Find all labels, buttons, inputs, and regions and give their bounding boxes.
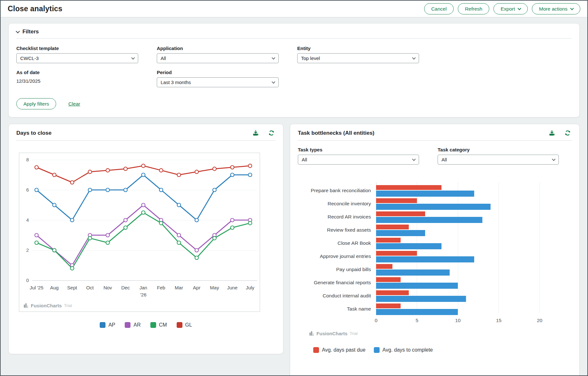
days-to-close-title: Days to close	[16, 130, 52, 136]
filters-collapse-toggle[interactable]: Filters	[16, 29, 39, 35]
data-point-cm[interactable]	[71, 267, 74, 270]
data-point-gl[interactable]	[124, 167, 127, 171]
legend-swatch	[100, 322, 105, 328]
data-point-cm[interactable]	[106, 241, 110, 244]
cancel-button[interactable]: Cancel	[424, 3, 454, 14]
chevron-down-icon	[16, 29, 20, 33]
data-point-ap[interactable]	[231, 173, 234, 177]
data-point-ar[interactable]	[195, 249, 198, 252]
data-point-gl[interactable]	[53, 173, 56, 177]
data-point-gl[interactable]	[248, 164, 252, 167]
data-point-cm[interactable]	[159, 221, 163, 225]
data-point-ar[interactable]	[35, 234, 38, 237]
data-point-gl[interactable]	[142, 164, 145, 167]
legend-swatch	[125, 322, 130, 328]
download-button[interactable]	[548, 129, 556, 137]
entity-select[interactable]: Top level	[297, 53, 419, 63]
bar-days-to-complete[interactable]	[376, 204, 491, 210]
bar-days-past-due[interactable]	[376, 264, 392, 269]
task-types-select[interactable]: All	[298, 155, 419, 165]
x-axis-tick-label: Jan	[139, 285, 147, 290]
export-button[interactable]: Export	[493, 3, 528, 14]
data-point-gl[interactable]	[71, 181, 74, 184]
data-point-gl[interactable]	[159, 168, 163, 172]
data-point-gl[interactable]	[231, 166, 234, 169]
data-point-cm[interactable]	[142, 211, 145, 214]
data-point-ar[interactable]	[106, 234, 110, 237]
data-point-ap[interactable]	[248, 173, 252, 177]
data-point-ap[interactable]	[124, 188, 127, 192]
bar-days-past-due[interactable]	[376, 251, 417, 256]
refresh-chart-button[interactable]	[564, 129, 572, 137]
data-point-ap[interactable]	[106, 188, 110, 192]
apply-filters-button[interactable]: Apply filters	[16, 98, 56, 109]
data-point-gl[interactable]	[213, 167, 216, 171]
data-point-cm[interactable]	[195, 256, 198, 260]
legend-item[interactable]: CM	[150, 322, 167, 328]
data-point-cm[interactable]	[53, 249, 56, 252]
data-point-ap[interactable]	[71, 218, 74, 222]
data-point-gl[interactable]	[106, 168, 110, 172]
bar-days-to-complete[interactable]	[376, 243, 441, 249]
legend-label: CM	[159, 322, 167, 328]
legend-item[interactable]: AR	[125, 322, 140, 328]
data-point-ar[interactable]	[124, 218, 127, 222]
data-point-ap[interactable]	[88, 188, 92, 192]
data-point-gl[interactable]	[88, 170, 92, 174]
data-point-gl[interactable]	[195, 170, 198, 174]
legend-item[interactable]: Avg. days past due	[313, 347, 365, 353]
data-point-gl[interactable]	[177, 173, 181, 177]
bar-days-past-due[interactable]	[376, 211, 425, 216]
period-select[interactable]: Last 3 months	[157, 77, 279, 87]
legend-item[interactable]: GL	[177, 322, 192, 328]
data-point-ap[interactable]	[142, 173, 145, 177]
data-point-ap[interactable]	[195, 218, 198, 222]
bar-days-past-due[interactable]	[376, 185, 441, 190]
legend-item[interactable]: Avg. days to complete	[374, 347, 433, 353]
category-label: Generate financial reports	[314, 280, 371, 285]
data-point-ap[interactable]	[159, 188, 163, 192]
data-point-cm[interactable]	[88, 236, 92, 240]
data-point-cm[interactable]	[248, 221, 252, 225]
bar-days-to-complete[interactable]	[376, 191, 474, 197]
bar-days-past-due[interactable]	[376, 277, 401, 282]
data-point-cm[interactable]	[213, 236, 216, 240]
data-point-ar[interactable]	[177, 234, 181, 237]
bar-days-past-due[interactable]	[376, 198, 417, 203]
data-point-ar[interactable]	[231, 218, 234, 222]
bar-days-past-due[interactable]	[376, 238, 401, 243]
refresh-button[interactable]: Refresh	[458, 3, 489, 14]
bar-days-to-complete[interactable]	[376, 256, 474, 262]
data-point-ap[interactable]	[53, 203, 56, 207]
bar-days-past-due[interactable]	[376, 303, 401, 308]
task-category-select[interactable]: All	[438, 155, 559, 165]
data-point-cm[interactable]	[35, 241, 38, 244]
bar-days-to-complete[interactable]	[376, 230, 425, 236]
download-button[interactable]	[252, 129, 260, 137]
bar-days-to-complete[interactable]	[376, 296, 466, 302]
fusioncharts-logo-icon	[309, 331, 314, 336]
data-point-ap[interactable]	[213, 188, 216, 192]
refresh-chart-button[interactable]	[267, 129, 275, 137]
category-label: Record AR invoices	[328, 214, 371, 219]
bar-days-to-complete[interactable]	[376, 269, 450, 276]
bar-days-to-complete[interactable]	[376, 309, 458, 315]
data-point-cm[interactable]	[124, 226, 127, 229]
data-point-ar[interactable]	[142, 203, 145, 207]
data-point-cm[interactable]	[177, 241, 181, 244]
checklist-template-select[interactable]: CWCL-3	[16, 53, 138, 63]
bar-days-past-due[interactable]	[376, 290, 409, 295]
bar-days-past-due[interactable]	[376, 225, 409, 229]
fusioncharts-watermark: FusionCharts Trial	[309, 331, 572, 336]
legend-item[interactable]: AP	[100, 322, 115, 328]
data-point-cm[interactable]	[231, 226, 234, 229]
more-actions-button[interactable]: More actions	[532, 3, 580, 14]
clear-filters-link[interactable]: Clear	[68, 101, 80, 107]
data-point-ap[interactable]	[35, 188, 38, 192]
legend-swatch	[177, 322, 182, 328]
data-point-gl[interactable]	[35, 166, 38, 169]
bar-days-to-complete[interactable]	[376, 283, 458, 289]
bar-days-to-complete[interactable]	[376, 217, 483, 223]
data-point-ap[interactable]	[177, 203, 181, 207]
application-select[interactable]: All	[157, 53, 279, 63]
